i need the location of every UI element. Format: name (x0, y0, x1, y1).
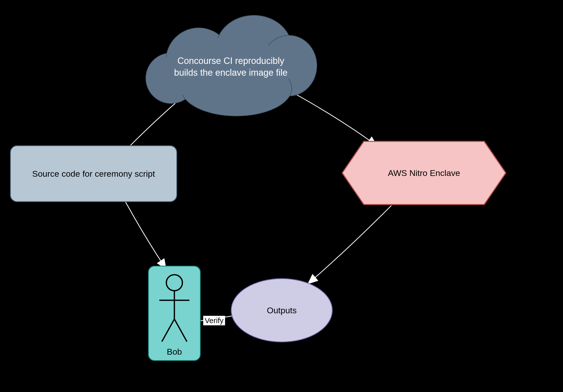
cloud-label-line1: Concourse CI reproducibly (161, 55, 301, 67)
diagram-canvas: Concourse CI reproducibly builds the enc… (0, 0, 563, 392)
node-outputs: Outputs (231, 278, 333, 342)
cloud-label: Concourse CI reproducibly builds the enc… (161, 55, 301, 79)
svg-point-1 (166, 275, 182, 291)
node-source-code: Source code for ceremony script (10, 145, 177, 202)
source-code-label: Source code for ceremony script (32, 169, 155, 179)
stick-figure-icon (154, 271, 194, 347)
node-concourse-cloud: Concourse CI reproducibly builds the enc… (146, 15, 316, 115)
svg-line-4 (162, 319, 174, 342)
outputs-label: Outputs (267, 306, 297, 315)
edge-enclave-to-outputs (309, 206, 391, 283)
cloud-label-line2: builds the enclave image file (161, 67, 301, 79)
edge-source-to-bob (125, 202, 166, 268)
verify-label: Verify (203, 316, 225, 325)
actor-name-label: Bob (149, 347, 200, 357)
node-aws-enclave: AWS Nitro Enclave (341, 140, 507, 206)
enclave-label: AWS Nitro Enclave (341, 168, 507, 178)
svg-line-5 (174, 319, 187, 342)
node-actor-bob: Bob (148, 266, 201, 361)
